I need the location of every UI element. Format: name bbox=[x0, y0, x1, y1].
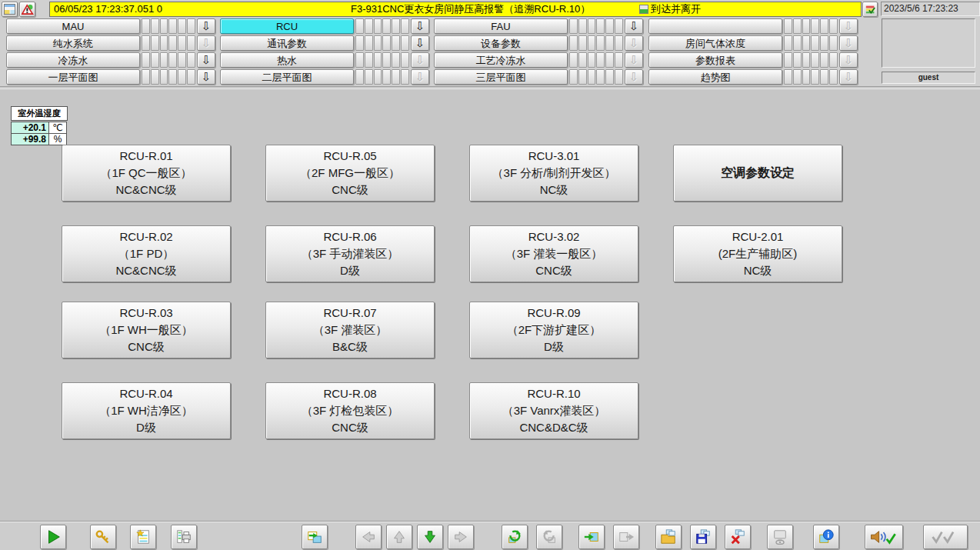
rcu-button-301[interactable]: RCU-3.01 （3F 分析/制剂开发区） NC级 bbox=[469, 145, 638, 202]
rcu-button-r03[interactable]: RCU-R.03 （1F WH一般区） CNC级 bbox=[62, 302, 231, 358]
outdoor-temperature-unit: ℃ bbox=[49, 122, 67, 134]
nav-indicator-cells bbox=[142, 18, 195, 34]
acknowledge-all-button[interactable] bbox=[923, 525, 968, 549]
nav-button-floor3-plan[interactable]: 三层平面图 bbox=[434, 69, 568, 85]
nav-button-floor2-plan[interactable]: 二层平面图 bbox=[220, 69, 354, 85]
info-icon bbox=[818, 528, 835, 545]
rcu-unit-name: RCU-R.10 bbox=[527, 385, 580, 402]
nav-group-chilled-water: 冷冻水 ⇩ bbox=[6, 52, 215, 68]
page-down-arrow-button[interactable]: ⇩ bbox=[411, 69, 429, 85]
rcu-button-r07[interactable]: RCU-R.07 （3F 灌装区） B&C级 bbox=[265, 302, 435, 358]
page-down-arrow-button[interactable]: ⇩ bbox=[839, 52, 858, 68]
picture-undo-button[interactable] bbox=[502, 525, 528, 549]
nav-button-hot-water[interactable]: 热水 bbox=[220, 52, 354, 68]
page-down-arrow-button[interactable]: ⇩ bbox=[197, 52, 215, 68]
nav-button-rcu[interactable]: RCU bbox=[220, 18, 354, 34]
page-down-arrow-button[interactable]: ⇩ bbox=[625, 18, 643, 34]
nav-group-process-chilled-water: 工艺冷冻水 ⇩ bbox=[434, 52, 643, 68]
navigate-down-button[interactable] bbox=[417, 525, 443, 549]
picture-jump-out-button[interactable] bbox=[613, 525, 639, 549]
nav-button-trend-chart[interactable]: 趋势图 bbox=[648, 69, 782, 85]
nav-button-pure-water[interactable]: 纯水系统 bbox=[6, 35, 140, 51]
picture-forward-icon bbox=[306, 528, 323, 545]
print-report-button[interactable] bbox=[171, 525, 197, 549]
nav-group-room-gas: 房间气体浓度 ⇩ bbox=[648, 35, 858, 51]
outdoor-temp-humidity-widget: 室外温湿度 +20.1 ℃ +99.8 % bbox=[11, 106, 68, 145]
nav-button-param-report[interactable]: 参数报表 bbox=[648, 52, 782, 68]
rcu-unit-name: RCU-2.01 bbox=[732, 228, 784, 245]
rcu-button-r08[interactable]: RCU-R.08 （3F 灯检包装区） CNC级 bbox=[265, 382, 435, 439]
rcu-unit-grade: NC级 bbox=[540, 182, 568, 198]
page-down-arrow-button[interactable]: ⇩ bbox=[197, 18, 215, 34]
window-select-button[interactable] bbox=[2, 2, 18, 17]
rcu-button-r10[interactable]: RCU-R.10 （3F Vanrx灌装区） CNC&D&C级 bbox=[469, 382, 638, 439]
rcu-button-r05[interactable]: RCU-R.05 （2F MFG一般区） CNC级 bbox=[265, 145, 435, 202]
navigate-up-button[interactable] bbox=[386, 525, 412, 549]
page-down-arrow-button[interactable]: ⇩ bbox=[411, 35, 429, 51]
load-picture-button[interactable] bbox=[655, 525, 682, 549]
page-down-arrow-button[interactable]: ⇩ bbox=[411, 18, 429, 34]
picture-jump-in-button[interactable] bbox=[578, 525, 605, 549]
nav-button-mau[interactable]: MAU bbox=[6, 18, 140, 34]
nav-button-fau[interactable]: FAU bbox=[434, 18, 568, 34]
alarm-window-button[interactable] bbox=[19, 2, 35, 17]
nav-indicator-cells bbox=[569, 52, 623, 68]
rcu-unit-grade: NC级 bbox=[744, 262, 772, 279]
page-down-arrow-button[interactable]: ⇩ bbox=[197, 69, 215, 85]
header-bar: 06/05/23 17:23:37.051 0 F3-931CNC更衣女房间静压… bbox=[0, 0, 980, 88]
rcu-button-201[interactable]: RCU-2.01 (2F生产辅助区) NC级 bbox=[673, 225, 842, 282]
page-down-arrow-button[interactable]: ⇩ bbox=[625, 52, 643, 68]
key-icon bbox=[95, 528, 112, 545]
page-down-arrow-button[interactable]: ⇩ bbox=[411, 52, 429, 68]
nav-indicator-cells bbox=[142, 52, 195, 68]
new-report-button[interactable] bbox=[130, 525, 156, 549]
alarm-sound-acknowledge-button[interactable] bbox=[865, 525, 903, 549]
rcu-button-302[interactable]: RCU-3.02 （3F 灌装一般区） CNC级 bbox=[469, 225, 638, 282]
nav-indicator-cells bbox=[142, 69, 195, 85]
undo-icon bbox=[506, 528, 523, 545]
rcu-unit-grade: D级 bbox=[136, 419, 156, 436]
save-picture-button[interactable] bbox=[690, 525, 716, 549]
nav-indicator-cells bbox=[355, 35, 409, 51]
nav-group-empty: ⇩ bbox=[648, 18, 858, 34]
rcu-button-r09[interactable]: RCU-R.09 （2F下游扩建区） D级 bbox=[469, 302, 638, 358]
monitor-view-button[interactable] bbox=[767, 525, 793, 549]
nav-group-hot-water: 热水 ⇩ bbox=[220, 52, 429, 68]
nav-button-floor1-plan[interactable]: 一层平面图 bbox=[6, 69, 140, 85]
rcu-button-r04[interactable]: RCU-R.04 （1F WH洁净区） D级 bbox=[62, 382, 231, 439]
navigate-right-button[interactable] bbox=[448, 525, 474, 549]
current-user-field: guest bbox=[882, 72, 975, 84]
redo-icon bbox=[541, 528, 558, 545]
navigate-left-button[interactable] bbox=[355, 525, 382, 549]
rcu-button-r02[interactable]: RCU-R.02 （1F PD） NC&CNC级 bbox=[62, 225, 231, 282]
nav-button-device-params[interactable]: 设备参数 bbox=[434, 35, 568, 51]
delete-picture-button[interactable] bbox=[725, 525, 751, 549]
nav-button-chilled-water[interactable]: 冷冻水 bbox=[6, 52, 140, 68]
hvac-settings-button[interactable]: 空调参数设定 bbox=[673, 145, 842, 202]
alarm-list-button[interactable] bbox=[862, 2, 878, 17]
rcu-button-r01[interactable]: RCU-R.01 （1F QC一般区） NC&CNC级 bbox=[62, 145, 231, 202]
key-login-button[interactable] bbox=[90, 525, 116, 549]
nav-button-process-chilled-water[interactable]: 工艺冷冻水 bbox=[434, 52, 568, 68]
alarm-message-line[interactable]: 06/05/23 17:23:37.051 0 F3-931CNC更衣女房间静压… bbox=[49, 2, 862, 17]
page-down-arrow-button[interactable]: ⇩ bbox=[839, 35, 858, 51]
page-down-arrow-button[interactable]: ⇩ bbox=[625, 69, 643, 85]
nav-button-room-gas[interactable]: 房间气体浓度 bbox=[648, 35, 782, 51]
rcu-unit-grade: B&C级 bbox=[332, 338, 368, 355]
run-button[interactable] bbox=[40, 525, 66, 549]
picture-redo-button[interactable] bbox=[536, 525, 562, 549]
page-down-arrow-button[interactable]: ⇩ bbox=[625, 35, 643, 51]
picture-forward-button[interactable] bbox=[302, 525, 328, 549]
nav-button-comm-params[interactable]: 通讯参数 bbox=[220, 35, 354, 51]
rcu-unit-zone: （1F WH一般区） bbox=[99, 322, 193, 338]
rcu-button-r06[interactable]: RCU-R.06 （3F 手动灌装区） D级 bbox=[265, 225, 435, 282]
page-down-arrow-button[interactable]: ⇩ bbox=[839, 69, 858, 85]
nav-button-empty[interactable] bbox=[648, 18, 782, 34]
nav-indicator-cells bbox=[355, 52, 409, 68]
alarm-triangle-icon bbox=[22, 4, 34, 15]
picture-info-button[interactable] bbox=[813, 525, 839, 549]
rcu-unit-grade: NC&CNC级 bbox=[115, 262, 176, 279]
nav-group-device-params: 设备参数 ⇩ bbox=[434, 35, 643, 51]
page-down-arrow-button[interactable]: ⇩ bbox=[839, 18, 858, 34]
page-down-arrow-button[interactable]: ⇩ bbox=[197, 35, 215, 51]
